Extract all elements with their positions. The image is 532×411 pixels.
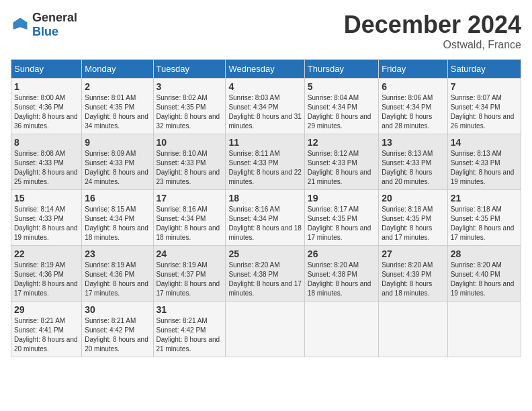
day-number: 26 [308,248,375,259]
sunset-text: Sunset: 4:41 PM [14,326,64,334]
day-number: 24 [157,248,223,259]
sunset-text: Sunset: 4:40 PM [451,271,500,278]
logo-general: General [32,11,77,24]
day-number: 1 [14,81,79,92]
sunset-text: Sunset: 4:39 PM [382,271,431,278]
calendar-day-cell: 4 Sunrise: 8:03 AM Sunset: 4:34 PM Dayli… [226,79,304,134]
daylight-text: Daylight: 8 hours and 21 minutes. [308,169,371,185]
sunrise-text: Sunrise: 8:12 AM [308,150,359,157]
daylight-text: Daylight: 8 hours and 18 minutes. [308,280,371,297]
sunset-text: Sunset: 4:34 PM [85,215,134,222]
day-number: 7 [451,81,518,92]
day-info: Sunrise: 8:16 AM Sunset: 4:34 PM Dayligh… [157,205,223,242]
day-number: 6 [382,81,445,92]
sunset-text: Sunset: 4:37 PM [157,271,206,278]
calendar-day-cell: 15 Sunrise: 8:14 AM Sunset: 4:33 PM Dayl… [11,190,82,246]
daylight-text: Daylight: 8 hours and 21 minutes. [157,336,220,353]
day-info: Sunrise: 8:19 AM Sunset: 4:36 PM Dayligh… [85,261,150,298]
sunrise-text: Sunrise: 8:03 AM [228,94,279,101]
logo: General Blue [11,11,77,39]
calendar-day-cell: 22 Sunrise: 8:19 AM Sunset: 4:36 PM Dayl… [11,246,82,302]
sunset-text: Sunset: 4:38 PM [308,271,357,278]
day-number: 12 [308,137,375,148]
day-number: 17 [157,193,223,203]
day-number: 31 [157,304,223,315]
day-info: Sunrise: 8:14 AM Sunset: 4:33 PM Dayligh… [14,205,79,242]
calendar-day-cell: 9 Sunrise: 8:09 AM Sunset: 4:33 PM Dayli… [82,134,153,190]
day-info: Sunrise: 8:17 AM Sunset: 4:35 PM Dayligh… [308,205,375,242]
day-info: Sunrise: 8:21 AM Sunset: 4:42 PM Dayligh… [157,316,223,354]
daylight-text: Daylight: 8 hours and 28 minutes. [382,113,432,130]
sunrise-text: Sunrise: 8:13 AM [382,150,433,157]
header-wednesday: Wednesday [226,60,304,79]
sunset-text: Sunset: 4:34 PM [308,103,357,111]
day-number: 19 [308,193,375,203]
location: Ostwald, France [344,39,521,51]
daylight-text: Daylight: 8 hours and 17 minutes. [382,224,432,241]
daylight-text: Daylight: 8 hours and 18 minutes. [382,280,432,297]
day-number: 25 [228,248,301,259]
calendar-day-cell: 10 Sunrise: 8:10 AM Sunset: 4:33 PM Dayl… [153,134,226,190]
sunset-text: Sunset: 4:38 PM [228,271,278,278]
calendar-table: Sunday Monday Tuesday Wednesday Thursday… [11,59,521,357]
logo-icon [11,15,30,34]
calendar-day-cell: 25 Sunrise: 8:20 AM Sunset: 4:38 PM Dayl… [226,246,304,302]
sunset-text: Sunset: 4:33 PM [14,159,64,167]
sunset-text: Sunset: 4:33 PM [382,159,431,167]
calendar-day-cell: 23 Sunrise: 8:19 AM Sunset: 4:36 PM Dayl… [82,246,153,302]
calendar-day-cell [226,302,304,357]
day-number: 18 [228,193,301,203]
sunrise-text: Sunrise: 8:21 AM [85,317,136,324]
day-info: Sunrise: 8:20 AM Sunset: 4:40 PM Dayligh… [451,261,518,298]
daylight-text: Daylight: 8 hours and 36 minutes. [14,113,78,130]
sunset-text: Sunset: 4:35 PM [451,215,500,222]
day-info: Sunrise: 8:19 AM Sunset: 4:36 PM Dayligh… [14,261,79,298]
sunrise-text: Sunrise: 8:19 AM [85,261,136,269]
calendar-day-cell: 26 Sunrise: 8:20 AM Sunset: 4:38 PM Dayl… [304,246,378,302]
sunrise-text: Sunrise: 8:20 AM [451,261,502,269]
sunrise-text: Sunrise: 8:16 AM [228,205,279,213]
sunrise-text: Sunrise: 8:11 AM [228,150,279,157]
sunset-text: Sunset: 4:33 PM [157,159,206,167]
sunrise-text: Sunrise: 8:17 AM [308,205,359,213]
calendar-day-cell: 28 Sunrise: 8:20 AM Sunset: 4:40 PM Dayl… [447,246,521,302]
day-info: Sunrise: 8:20 AM Sunset: 4:38 PM Dayligh… [228,261,301,298]
header-tuesday: Tuesday [153,60,226,79]
day-info: Sunrise: 8:21 AM Sunset: 4:41 PM Dayligh… [14,316,79,354]
calendar-day-cell: 27 Sunrise: 8:20 AM Sunset: 4:39 PM Dayl… [379,246,448,302]
calendar-day-cell: 1 Sunrise: 8:00 AM Sunset: 4:36 PM Dayli… [11,79,82,134]
sunrise-text: Sunrise: 8:20 AM [308,261,359,269]
calendar-day-cell: 8 Sunrise: 8:08 AM Sunset: 4:33 PM Dayli… [11,134,82,190]
daylight-text: Daylight: 8 hours and 17 minutes. [14,280,78,297]
day-info: Sunrise: 8:18 AM Sunset: 4:35 PM Dayligh… [451,205,518,242]
logo-text: General Blue [32,11,77,39]
day-info: Sunrise: 8:12 AM Sunset: 4:33 PM Dayligh… [308,149,375,187]
day-number: 2 [85,81,150,92]
day-number: 30 [85,304,150,315]
daylight-text: Daylight: 8 hours and 17 minutes. [85,280,148,297]
calendar-week-row: 22 Sunrise: 8:19 AM Sunset: 4:36 PM Dayl… [11,246,521,302]
calendar-day-cell: 20 Sunrise: 8:18 AM Sunset: 4:35 PM Dayl… [379,190,448,246]
sunset-text: Sunset: 4:33 PM [14,215,64,222]
day-info: Sunrise: 8:00 AM Sunset: 4:36 PM Dayligh… [14,93,79,131]
sunset-text: Sunset: 4:33 PM [308,159,357,167]
calendar-day-cell: 2 Sunrise: 8:01 AM Sunset: 4:35 PM Dayli… [82,79,153,134]
daylight-text: Daylight: 8 hours and 29 minutes. [308,113,371,130]
day-number: 5 [308,81,375,92]
daylight-text: Daylight: 8 hours and 17 minutes. [157,280,220,297]
daylight-text: Daylight: 8 hours and 22 minutes. [228,169,301,185]
day-info: Sunrise: 8:04 AM Sunset: 4:34 PM Dayligh… [308,93,375,131]
sunset-text: Sunset: 4:35 PM [308,215,357,222]
sunrise-text: Sunrise: 8:15 AM [85,205,136,213]
sunset-text: Sunset: 4:34 PM [228,215,278,222]
calendar-day-cell: 17 Sunrise: 8:16 AM Sunset: 4:34 PM Dayl… [153,190,226,246]
sunrise-text: Sunrise: 8:18 AM [382,205,433,213]
sunrise-text: Sunrise: 8:16 AM [157,205,208,213]
day-number: 23 [85,248,150,259]
daylight-text: Daylight: 8 hours and 18 minutes. [157,224,220,241]
sunrise-text: Sunrise: 8:08 AM [14,150,65,157]
daylight-text: Daylight: 8 hours and 17 minutes. [228,280,301,297]
month-title: December 2024 [344,11,521,39]
calendar-day-cell: 6 Sunrise: 8:06 AM Sunset: 4:34 PM Dayli… [379,79,448,134]
calendar-day-cell: 12 Sunrise: 8:12 AM Sunset: 4:33 PM Dayl… [304,134,378,190]
